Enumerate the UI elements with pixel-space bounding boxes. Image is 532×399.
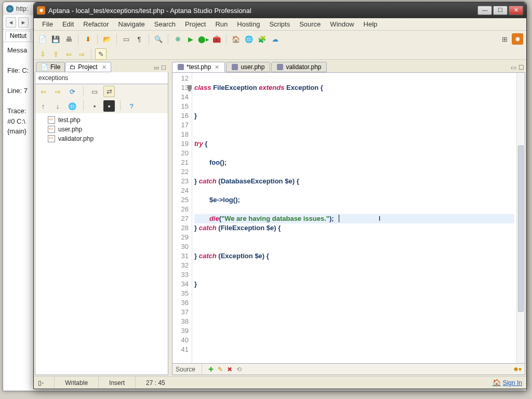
maximize-view-icon[interactable]: ☐ bbox=[160, 63, 167, 72]
perspective-open-icon[interactable]: ⊞ bbox=[499, 33, 510, 45]
menu-hosting[interactable]: Hosting bbox=[233, 19, 264, 29]
shift-down-icon[interactable]: ⇩ bbox=[37, 48, 48, 60]
editor-tab[interactable]: user.php bbox=[226, 62, 270, 72]
profile-icon[interactable]: ⬤▸ bbox=[198, 33, 209, 45]
signin-link[interactable]: 🏠 Sign In bbox=[493, 379, 522, 387]
bg-browser-tab[interactable]: Nettut bbox=[5, 31, 31, 41]
aptana-gear-icon: ✸ bbox=[37, 6, 45, 15]
editor-tab[interactable]: *test.php✕ bbox=[172, 62, 225, 72]
file-tree[interactable]: test.phpuser.phpvalidator.php bbox=[35, 113, 168, 375]
back-icon[interactable]: ◄ bbox=[6, 17, 16, 28]
editor-minimize-icon[interactable]: ▭ bbox=[511, 64, 516, 71]
editor-tabstrip: *test.php✕user.phpvalidator.php ▭ ☐ bbox=[172, 61, 525, 72]
project-explorer-view: 📄 File 🗀 Project ✕ ▭ ☐ exceptions ⇦ ⇨ ⟳ … bbox=[35, 61, 170, 375]
file-tab[interactable]: 📄 File bbox=[36, 62, 65, 72]
collapse-all-icon[interactable]: ▭ bbox=[89, 86, 100, 97]
menu-window[interactable]: Window bbox=[326, 19, 358, 29]
world-icon[interactable]: 🌐 bbox=[243, 33, 255, 45]
delete-icon[interactable]: ✖ bbox=[227, 366, 232, 373]
new-icon[interactable]: 📄 bbox=[37, 33, 48, 45]
code-editor[interactable]: 1213▣14151617181920212223242526272829303… bbox=[172, 72, 525, 364]
external-tools-icon[interactable]: 🧰 bbox=[211, 33, 222, 45]
close-tab-icon[interactable]: ✕ bbox=[102, 64, 107, 71]
print-icon[interactable]: 🖶 bbox=[63, 33, 74, 45]
editor-tab[interactable]: validator.php bbox=[271, 62, 327, 72]
minimize-button[interactable]: — bbox=[477, 6, 492, 15]
bug-icon[interactable]: ❋ bbox=[172, 33, 183, 45]
menu-search[interactable]: Search bbox=[150, 19, 180, 29]
debug-icon[interactable]: ⬇ bbox=[82, 33, 94, 45]
editor-bottom-tabs: Source ✚ ✎ ✖ ⟲ ✸▾ bbox=[172, 364, 525, 375]
edit-marker-icon[interactable]: ✎ bbox=[95, 48, 107, 60]
close-tab-icon[interactable]: ✕ bbox=[215, 64, 219, 71]
help-icon[interactable]: ? bbox=[126, 100, 137, 112]
file-icon: 📄 bbox=[41, 63, 48, 71]
menu-run[interactable]: Run bbox=[211, 19, 232, 29]
status-icon: ▯◦ bbox=[38, 379, 54, 387]
tree-item[interactable]: user.php bbox=[35, 125, 168, 134]
code-content[interactable]: class FileException extends Exception { … bbox=[192, 73, 516, 363]
home-icon[interactable]: 🏠 bbox=[230, 33, 242, 45]
pilcrow-icon[interactable]: ¶ bbox=[134, 33, 145, 45]
tree-item[interactable]: validator.php bbox=[35, 134, 168, 143]
project-tab[interactable]: 🗀 Project ✕ bbox=[65, 62, 111, 72]
perspective-gear-icon[interactable]: ✸ bbox=[512, 33, 523, 45]
cloud-icon[interactable]: ☁ bbox=[269, 33, 281, 45]
editor-maximize-icon[interactable]: ☐ bbox=[518, 64, 524, 71]
menu-navigate[interactable]: Navigate bbox=[114, 19, 149, 29]
project-toolbar-2: ↑ ↓ 🌐 ▪ ▪ ? bbox=[35, 99, 168, 113]
task-icon[interactable]: ▭ bbox=[121, 33, 132, 45]
scrollbar-thumb[interactable] bbox=[518, 145, 524, 312]
search-icon[interactable]: 🔍 bbox=[153, 33, 164, 45]
add-icon[interactable]: ✚ bbox=[208, 366, 214, 373]
close-button[interactable]: ✕ bbox=[509, 6, 523, 15]
sync-icon[interactable]: ⟲ bbox=[236, 366, 242, 373]
php-icon bbox=[178, 64, 184, 70]
editor-area: *test.php✕user.phpvalidator.php ▭ ☐ 1213… bbox=[172, 61, 525, 375]
terminal-icon[interactable]: ▪ bbox=[89, 100, 100, 112]
menu-edit[interactable]: Edit bbox=[58, 19, 78, 29]
nav-fwd-tree-icon[interactable]: ⇨ bbox=[52, 86, 63, 97]
shift-up-icon[interactable]: ⇧ bbox=[50, 48, 61, 60]
menu-file[interactable]: File bbox=[38, 19, 57, 29]
console-icon[interactable]: ▪ bbox=[103, 100, 115, 112]
menu-help[interactable]: Help bbox=[360, 19, 382, 29]
php-file-icon bbox=[48, 116, 55, 124]
menu-project[interactable]: Project bbox=[181, 19, 210, 29]
house-icon: 🏠 bbox=[493, 379, 501, 387]
menubar: FileEditRefactorNavigateSearchProjectRun… bbox=[34, 18, 526, 31]
refresh-icon[interactable]: ⟳ bbox=[66, 86, 78, 97]
edit-icon[interactable]: ✎ bbox=[218, 366, 223, 373]
php-file-icon bbox=[48, 135, 55, 142]
ide-titlebar[interactable]: ✸ Aptana - local_test/exceptions/test.ph… bbox=[34, 3, 526, 18]
up-icon[interactable]: ↑ bbox=[37, 100, 49, 112]
status-insert: Insert bbox=[98, 377, 135, 389]
down-icon[interactable]: ↓ bbox=[52, 100, 63, 112]
bg-url-text: http: bbox=[16, 5, 28, 12]
menu-refactor[interactable]: Refactor bbox=[79, 19, 113, 29]
menu-source[interactable]: Source bbox=[295, 19, 325, 29]
link-editor-icon[interactable]: ⇄ bbox=[103, 86, 115, 97]
globe-tree-icon[interactable]: 🌐 bbox=[66, 100, 78, 112]
forward-icon[interactable]: ► bbox=[18, 17, 29, 28]
php-icon bbox=[277, 64, 283, 70]
source-tab[interactable]: Source bbox=[176, 366, 195, 373]
vertical-scrollbar[interactable] bbox=[516, 73, 525, 363]
globe-icon bbox=[6, 5, 14, 12]
nav-back-tree-icon[interactable]: ⇦ bbox=[37, 86, 49, 97]
gear-menu-icon[interactable]: ✸▾ bbox=[513, 366, 522, 373]
menu-scripts[interactable]: Scripts bbox=[265, 19, 294, 29]
main-toolbar: 📄 💾 🖶 ⬇ 📂 ▭ ¶ 🔍 ❋ ▶ ⬤▸ 🧰 🏠 🌐 🧩 ☁ ⊞ ✸ bbox=[34, 31, 526, 60]
puzzle-icon[interactable]: 🧩 bbox=[256, 33, 268, 45]
php-file-icon bbox=[48, 126, 55, 133]
minimize-view-icon[interactable]: ▭ bbox=[153, 63, 160, 72]
project-icon: 🗀 bbox=[70, 63, 76, 71]
maximize-button[interactable]: ☐ bbox=[493, 6, 508, 15]
open-type-icon[interactable]: 📂 bbox=[101, 33, 113, 45]
nav-back-icon[interactable]: ⇦ bbox=[63, 48, 74, 60]
nav-fwd-icon[interactable]: ⇨ bbox=[76, 48, 87, 60]
statusbar: ▯◦ Writable Insert 27 : 45 🏠 Sign In bbox=[34, 376, 526, 389]
tree-item[interactable]: test.php bbox=[35, 115, 168, 125]
save-icon[interactable]: 💾 bbox=[50, 33, 61, 45]
run-icon[interactable]: ▶ bbox=[185, 33, 196, 45]
